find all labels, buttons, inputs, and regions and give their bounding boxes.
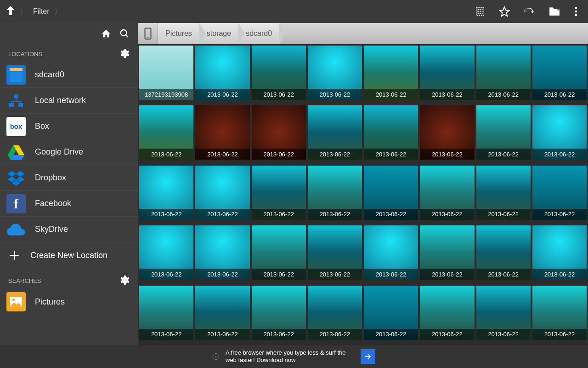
locations-header: LOCATIONS xyxy=(0,46,138,62)
thumbnail-caption: 2013-06-22 xyxy=(476,149,531,160)
device-root-button[interactable] xyxy=(138,23,158,44)
svg-rect-7 xyxy=(18,103,23,107)
thumbnail[interactable]: 2013-06-22 xyxy=(139,105,193,160)
thumbnail-caption: 2013-06-22 xyxy=(420,209,474,220)
thumbnail[interactable]: 2013-06-22 xyxy=(532,46,587,100)
thumbnail[interactable]: 2013-06-22 xyxy=(252,286,306,340)
svg-rect-3 xyxy=(575,14,577,16)
thumbnail-caption: 2013-06-22 xyxy=(252,209,306,220)
thumbnail-caption: 2013-06-22 xyxy=(420,89,474,100)
path-crumb[interactable]: Pictures xyxy=(158,23,199,44)
thumbnail[interactable]: 2013-06-22 xyxy=(420,225,474,280)
ad-banner[interactable]: i A free browser where you type less & s… xyxy=(0,345,588,368)
thumbnail-caption: 2013-06-22 xyxy=(364,209,418,220)
search-item-pictures[interactable]: Pictures xyxy=(0,289,138,315)
network-icon xyxy=(6,91,26,110)
thumbnail-caption: 2013-06-22 xyxy=(195,269,249,280)
google-drive-icon xyxy=(6,143,26,162)
thumbnail[interactable]: 1372193193908 xyxy=(139,46,193,100)
thumbnail-caption: 1372193193908 xyxy=(139,89,193,100)
thumbnail[interactable]: 2013-06-22 xyxy=(308,105,362,160)
sidebar-item-label: Google Drive xyxy=(35,147,83,157)
thumbnail[interactable]: 2013-06-22 xyxy=(364,225,418,280)
thumbnail-caption: 2013-06-22 xyxy=(420,329,474,340)
ad-go-button[interactable] xyxy=(361,349,375,364)
thumbnail[interactable]: 2013-06-22 xyxy=(308,225,362,280)
thumbnail[interactable]: 2013-06-22 xyxy=(476,105,531,160)
thumbnail[interactable]: 2013-06-22 xyxy=(195,166,249,220)
sidebar-item-box[interactable]: boxBox xyxy=(0,114,138,139)
thumbnail[interactable]: 2013-06-22 xyxy=(420,105,474,160)
thumbnail[interactable]: 2013-06-22 xyxy=(364,46,418,100)
thumbnail-caption: 2013-06-22 xyxy=(252,149,306,160)
thumbnail-caption: 2013-06-22 xyxy=(308,329,362,340)
thumbnail-caption: 2013-06-22 xyxy=(364,329,418,340)
up-arrow-button[interactable] xyxy=(5,5,17,18)
thumbnail[interactable]: 2013-06-22 xyxy=(532,225,587,280)
thumbnail[interactable]: 2013-06-22 xyxy=(532,286,587,340)
thumbnail-caption: 2013-06-22 xyxy=(532,329,587,340)
thumbnail[interactable]: 2013-06-22 xyxy=(364,286,418,340)
thumbnail-caption: 2013-06-22 xyxy=(308,269,362,280)
filter-label[interactable]: Filter xyxy=(33,7,50,16)
sidebar-item-skydrive[interactable]: SkyDrive xyxy=(0,217,138,242)
sidebar-item-google-drive[interactable]: Google Drive xyxy=(0,139,138,165)
thumbnail[interactable]: 2013-06-22 xyxy=(195,286,249,340)
new-folder-button[interactable]: + xyxy=(548,6,560,17)
thumbnail-grid[interactable]: 13721931939082013-06-222013-06-222013-06… xyxy=(138,44,588,345)
thumbnail[interactable]: 2013-06-22 xyxy=(139,225,193,280)
dropbox-icon xyxy=(6,168,26,188)
thumbnail[interactable]: 2013-06-22 xyxy=(195,46,249,100)
thumbnail[interactable]: 2013-06-22 xyxy=(195,225,249,280)
thumbnail[interactable]: 2013-06-22 xyxy=(252,105,306,160)
thumbnail[interactable]: 2013-06-22 xyxy=(420,46,474,100)
home-button[interactable] xyxy=(101,29,111,40)
thumbnail[interactable]: 2013-06-22 xyxy=(252,46,306,100)
thumbnail[interactable]: 2013-06-22 xyxy=(139,286,193,340)
thumbnail[interactable]: 2013-06-22 xyxy=(139,166,193,220)
sidebar-item-sd-card[interactable]: sdcard0 xyxy=(0,62,138,88)
refresh-button[interactable] xyxy=(524,6,535,17)
searches-settings-button[interactable] xyxy=(120,276,130,286)
svg-point-9 xyxy=(12,299,15,301)
thumbnail[interactable]: 2013-06-22 xyxy=(532,105,587,160)
thumbnail[interactable]: 2013-06-22 xyxy=(420,286,474,340)
thumbnail[interactable]: 2013-06-22 xyxy=(364,105,418,160)
thumbnail[interactable]: 2013-06-22 xyxy=(476,286,531,340)
thumbnail-caption: 2013-06-22 xyxy=(364,89,418,100)
thumbnail[interactable]: 2013-06-22 xyxy=(476,166,531,220)
thumbnail-caption: 2013-06-22 xyxy=(195,329,249,340)
path-bar: Picturesstoragesdcard0 xyxy=(138,23,588,44)
thumbnail-caption: 2013-06-22 xyxy=(420,269,474,280)
overflow-menu-button[interactable] xyxy=(574,6,578,17)
thumbnail[interactable]: 2013-06-22 xyxy=(532,166,587,220)
favorite-button[interactable] xyxy=(499,6,510,17)
sidebar-item-network[interactable]: Local network xyxy=(0,88,138,114)
thumbnail[interactable]: 2013-06-22 xyxy=(364,166,418,220)
svg-point-4 xyxy=(121,30,127,36)
select-mode-button[interactable] xyxy=(475,6,485,17)
thumbnail-caption: 2013-06-22 xyxy=(532,149,587,160)
thumbnail[interactable]: 2013-06-22 xyxy=(195,105,249,160)
sidebar-item-facebook[interactable]: fFacebook xyxy=(0,191,138,217)
sidebar-item-dropbox[interactable]: Dropbox xyxy=(0,165,138,191)
thumbnail[interactable]: 2013-06-22 xyxy=(252,225,306,280)
sidebar-item-label: Dropbox xyxy=(35,173,66,183)
thumbnail-caption: 2013-06-22 xyxy=(139,269,193,280)
thumbnail[interactable]: 2013-06-22 xyxy=(252,166,306,220)
thumbnail[interactable]: 2013-06-22 xyxy=(308,166,362,220)
thumbnail[interactable]: 2013-06-22 xyxy=(308,46,362,100)
search-item-label: Pictures xyxy=(35,297,65,307)
create-location-button[interactable]: Create New Location xyxy=(0,242,138,268)
thumbnail[interactable]: 2013-06-22 xyxy=(420,166,474,220)
locations-settings-button[interactable] xyxy=(120,49,130,59)
thumbnail[interactable]: 2013-06-22 xyxy=(476,46,531,100)
thumbnail-caption: 2013-06-22 xyxy=(252,329,306,340)
search-button[interactable] xyxy=(119,29,130,40)
thumbnail-caption: 2013-06-22 xyxy=(532,209,587,220)
svg-rect-2 xyxy=(575,11,577,12)
thumbnail-caption: 2013-06-22 xyxy=(252,89,306,100)
thumbnail[interactable]: 2013-06-22 xyxy=(476,225,531,280)
thumbnail-caption: 2013-06-22 xyxy=(532,89,587,100)
thumbnail[interactable]: 2013-06-22 xyxy=(308,286,362,340)
